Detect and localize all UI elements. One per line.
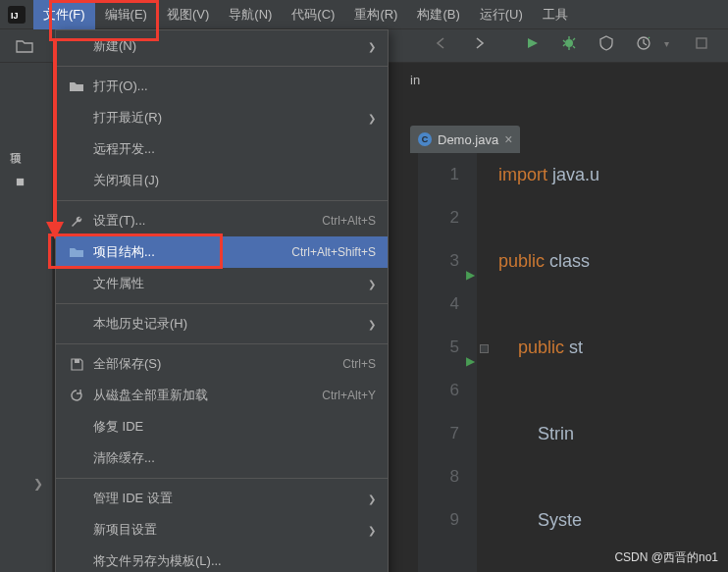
menu-local-history[interactable]: 本地历史记录(H)❯ bbox=[56, 308, 388, 339]
back-icon[interactable] bbox=[431, 32, 452, 54]
toolbar-right: ▾ bbox=[425, 32, 718, 54]
menu-new-proj-settings[interactable]: 新项目设置❯ bbox=[56, 514, 388, 546]
menu-settings[interactable]: 设置(T)...Ctrl+Alt+S bbox=[56, 205, 388, 236]
run-gutter-icon[interactable]: ▶ bbox=[466, 253, 475, 296]
svg-point-2 bbox=[565, 39, 573, 47]
svg-marker-7 bbox=[46, 222, 64, 239]
watermark: CSDN @西晋的no1 bbox=[614, 549, 718, 566]
editor-tab[interactable]: C Demo.java × bbox=[410, 126, 520, 153]
line-number: 8 bbox=[418, 455, 459, 498]
svg-rect-4 bbox=[697, 38, 706, 48]
line-number: 9 bbox=[418, 498, 459, 542]
menu-close-project[interactable]: 关闭项目(J) bbox=[56, 165, 388, 196]
fold-toggle-icon[interactable] bbox=[480, 344, 489, 353]
run-icon[interactable] bbox=[521, 32, 543, 54]
menu-save-all[interactable]: 全部保存(S)Ctrl+S bbox=[56, 348, 388, 380]
menu-code[interactable]: 代码(C) bbox=[282, 0, 344, 29]
chevron-right-icon: ❯ bbox=[368, 41, 376, 52]
line-number: 5▶ bbox=[418, 326, 459, 369]
line-number: 1 bbox=[418, 153, 459, 196]
chevron-right-icon: ❯ bbox=[368, 113, 376, 124]
svg-rect-5 bbox=[75, 359, 79, 363]
line-number: 6 bbox=[418, 369, 459, 412]
menu-clear-cache[interactable]: 清除缓存... bbox=[56, 442, 388, 474]
chevron-right-icon: ❯ bbox=[368, 319, 376, 330]
folder-icon bbox=[68, 246, 85, 258]
debug-icon[interactable] bbox=[558, 32, 580, 54]
forward-icon[interactable] bbox=[468, 32, 490, 54]
chevron-right-icon: ❯ bbox=[368, 525, 376, 536]
menu-reload-disk[interactable]: 从磁盘全部重新加载Ctrl+Alt+Y bbox=[56, 380, 388, 411]
menu-manage-ide[interactable]: 管理 IDE 设置❯ bbox=[56, 483, 388, 514]
code-editor[interactable]: 1 2 3▶ 4 5▶ 6 7 8 9 import java.u public… bbox=[418, 153, 728, 572]
breadcrumb-right[interactable]: in bbox=[410, 73, 420, 87]
folder-icon: ■ bbox=[16, 173, 25, 189]
save-icon bbox=[68, 358, 85, 371]
fold-bar bbox=[477, 153, 493, 572]
menu-project-structure[interactable]: 项目结构...Ctrl+Alt+Shift+S bbox=[56, 236, 388, 268]
svg-text:IJ: IJ bbox=[11, 11, 19, 21]
menu-nav[interactable]: 导航(N) bbox=[219, 0, 282, 29]
code-body[interactable]: import java.u public class public st Str… bbox=[498, 153, 728, 542]
menu-open-recent[interactable]: 打开最近(R)❯ bbox=[56, 102, 388, 133]
menu-save-template[interactable]: 将文件另存为模板(L)... bbox=[56, 546, 388, 572]
annotation-arrow bbox=[41, 39, 71, 241]
menu-remote-dev[interactable]: 远程开发... bbox=[56, 133, 388, 165]
chevron-right-icon[interactable]: ❯ bbox=[33, 477, 43, 491]
gutter: 1 2 3▶ 4 5▶ 6 7 8 9 bbox=[418, 153, 477, 572]
tab-filename: Demo.java bbox=[438, 132, 498, 147]
open-folder-icon[interactable] bbox=[14, 35, 35, 57]
app-icon: IJ bbox=[8, 6, 26, 24]
line-number: 2 bbox=[418, 196, 459, 239]
menu-refactor[interactable]: 重构(R) bbox=[344, 0, 407, 29]
menu-new[interactable]: 新建(N)❯ bbox=[56, 30, 388, 62]
menu-file-props[interactable]: 文件属性❯ bbox=[56, 268, 388, 299]
line-number: 7 bbox=[418, 412, 459, 455]
menu-run[interactable]: 运行(U) bbox=[470, 0, 533, 29]
chevron-right-icon: ❯ bbox=[368, 279, 376, 289]
menu-open[interactable]: 打开(O)... bbox=[56, 71, 388, 102]
menubar: IJ 文件(F) 编辑(E) 视图(V) 导航(N) 代码(C) 重构(R) 构… bbox=[0, 0, 728, 29]
chevron-right-icon: ❯ bbox=[368, 494, 376, 504]
line-number: 4 bbox=[418, 283, 459, 326]
close-icon[interactable]: × bbox=[504, 131, 512, 147]
menu-file[interactable]: 文件(F) bbox=[33, 0, 95, 29]
menu-build[interactable]: 构建(B) bbox=[407, 0, 469, 29]
menu-edit[interactable]: 编辑(E) bbox=[95, 0, 157, 29]
stop-icon[interactable] bbox=[691, 32, 712, 54]
line-number: 3▶ bbox=[418, 239, 459, 283]
coverage-icon[interactable] bbox=[596, 32, 617, 54]
menu-view[interactable]: 视图(V) bbox=[157, 0, 219, 29]
file-menu-dropdown: 新建(N)❯ 打开(O)... 打开最近(R)❯ 远程开发... 关闭项目(J)… bbox=[55, 29, 389, 572]
menu-tools[interactable]: 工具 bbox=[533, 0, 578, 29]
menu-repair-ide[interactable]: 修复 IDE bbox=[56, 411, 388, 442]
profiler-icon[interactable] bbox=[633, 32, 654, 54]
java-class-icon: C bbox=[418, 132, 432, 146]
reload-icon bbox=[68, 389, 85, 402]
run-gutter-icon[interactable]: ▶ bbox=[466, 339, 475, 383]
